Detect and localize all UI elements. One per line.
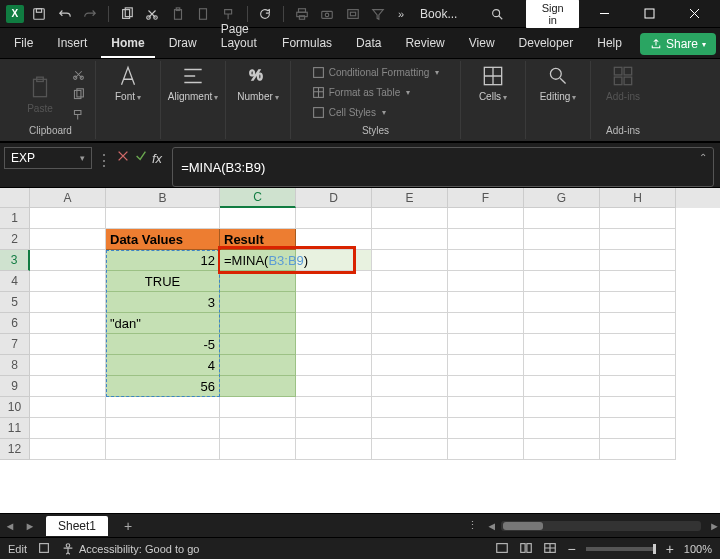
maximize-button[interactable] [630,0,669,28]
col-C[interactable]: C [220,188,296,208]
cell-B4[interactable]: TRUE [106,271,220,292]
minimize-button[interactable] [585,0,624,28]
tab-review[interactable]: Review [395,30,454,58]
formula-input[interactable]: =MINA(B3:B9) ⌃ [172,147,714,187]
sheet-prev-icon[interactable]: ◄ [0,520,20,532]
sheet-options-icon[interactable]: ⋮ [467,519,478,532]
row-10[interactable]: 10 [0,397,30,418]
cancel-formula-icon[interactable] [116,149,130,167]
qat-overflow[interactable]: » [398,8,404,20]
col-H[interactable]: H [600,188,676,208]
cell-B2[interactable]: Data Values [106,229,220,250]
name-box[interactable]: EXP ▾ [4,147,92,169]
zoom-slider[interactable] [586,547,656,551]
view-page-break-icon[interactable] [543,541,557,557]
share-button[interactable]: Share▾ [640,33,716,55]
cell-C2[interactable]: Result [220,229,296,250]
tab-insert[interactable]: Insert [47,30,97,58]
cells-button[interactable]: Cells [469,63,517,102]
editing-button[interactable]: Editing [534,63,582,102]
col-E[interactable]: E [372,188,448,208]
horizontal-scrollbar[interactable] [501,521,701,531]
row-8[interactable]: 8 [0,355,30,376]
cell-C9[interactable] [220,376,296,397]
view-page-layout-icon[interactable] [519,541,533,557]
redo-icon[interactable] [81,4,101,24]
col-B[interactable]: B [106,188,220,208]
view-normal-icon[interactable] [495,541,509,557]
fx-icon[interactable]: fx [152,151,162,166]
copy-icon[interactable] [117,4,137,24]
conditional-formatting-button[interactable]: Conditional Formatting [312,63,440,81]
print-icon[interactable] [292,4,312,24]
sheet-tab-sheet1[interactable]: Sheet1 [46,516,108,536]
macro-record-icon[interactable] [37,541,51,557]
row-5[interactable]: 5 [0,292,30,313]
spreadsheet-grid[interactable]: A B C D E F G H 1 2 Data Values Result 3… [0,188,720,513]
close-button[interactable] [675,0,714,28]
tab-file[interactable]: File [4,30,43,58]
cell-B7[interactable]: -5 [106,334,220,355]
enter-formula-icon[interactable] [134,149,148,167]
row-12[interactable]: 12 [0,439,30,460]
row-6[interactable]: 6 [0,313,30,334]
sign-in-button[interactable]: Sign in [526,0,579,29]
addins-button[interactable]: Add-ins [599,63,647,102]
format-painter-button[interactable] [72,105,85,123]
cell-styles-button[interactable]: Cell Styles [312,103,386,121]
cell-C5[interactable] [220,292,296,313]
search-icon[interactable] [487,4,507,24]
undo-icon[interactable] [55,4,75,24]
screenshot-icon[interactable] [343,4,363,24]
tab-help[interactable]: Help [587,30,632,58]
accessibility-status[interactable]: Accessibility: Good to go [61,542,199,556]
cell-B5[interactable]: 3 [106,292,220,313]
cell-C7[interactable] [220,334,296,355]
alignment-button[interactable]: Alignment [169,63,217,102]
cell-C4[interactable] [220,271,296,292]
cell-C8[interactable] [220,355,296,376]
tab-data[interactable]: Data [346,30,391,58]
tab-formulas[interactable]: Formulas [272,30,342,58]
row-9[interactable]: 9 [0,376,30,397]
sheet-next-icon[interactable]: ► [20,520,40,532]
paste-qat-icon[interactable] [168,4,188,24]
font-button[interactable]: Font [104,63,152,102]
zoom-level[interactable]: 100% [684,543,712,555]
col-A[interactable]: A [30,188,106,208]
zoom-in-icon[interactable]: + [666,541,674,557]
col-D[interactable]: D [296,188,372,208]
tab-draw[interactable]: Draw [159,30,207,58]
camera-icon[interactable] [317,4,337,24]
copy-button[interactable] [72,85,85,103]
row-11[interactable]: 11 [0,418,30,439]
select-all-corner[interactable] [0,188,30,208]
tab-home[interactable]: Home [101,30,154,58]
col-G[interactable]: G [524,188,600,208]
cell-C3[interactable]: =MINA(B3:B9) [220,250,296,271]
row-7[interactable]: 7 [0,334,30,355]
format-as-table-button[interactable]: Format as Table [312,83,411,101]
filter-icon[interactable] [368,4,388,24]
tab-developer[interactable]: Developer [509,30,584,58]
number-button[interactable]: % Number [234,63,282,102]
row-2[interactable]: 2 [0,229,30,250]
add-sheet-button[interactable]: + [118,518,138,534]
cell-B3[interactable]: 12 [106,250,220,271]
cut-icon[interactable] [143,4,163,24]
row-1[interactable]: 1 [0,208,30,229]
tab-page-layout[interactable]: Page Layout [211,16,268,58]
tab-view[interactable]: View [459,30,505,58]
row-3[interactable]: 3 [0,250,30,271]
save-icon[interactable] [30,4,50,24]
zoom-out-icon[interactable]: − [567,541,575,557]
cut-button[interactable] [72,65,85,83]
cell-C6[interactable] [220,313,296,334]
cell-B6[interactable]: "dan" [106,313,220,334]
paste-button[interactable]: Paste [16,75,64,114]
cell-B9[interactable]: 56 [106,376,220,397]
cell-B8[interactable]: 4 [106,355,220,376]
row-4[interactable]: 4 [0,271,30,292]
expand-formula-icon[interactable]: ⌃ [699,152,707,163]
col-F[interactable]: F [448,188,524,208]
